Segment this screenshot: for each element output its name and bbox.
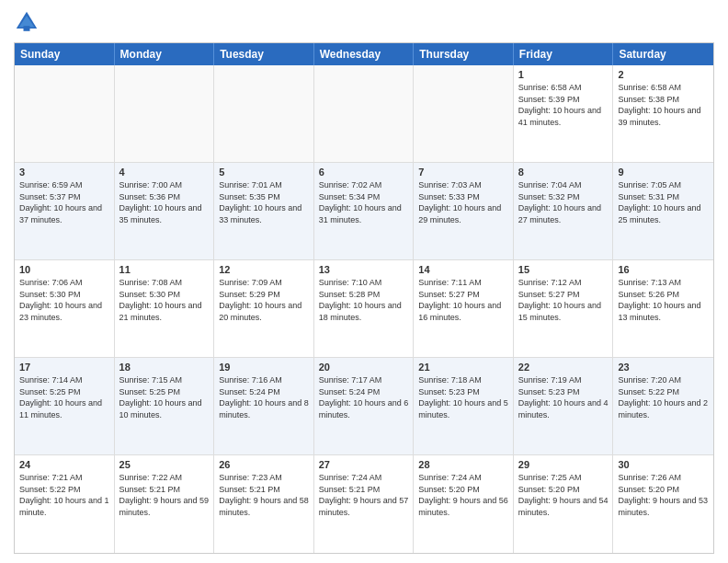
day-cell-28: 28Sunrise: 7:24 AM Sunset: 5:20 PM Dayli… [414,455,514,553]
week-row-2: 3Sunrise: 6:59 AM Sunset: 5:37 PM Daylig… [15,163,713,260]
day-info: Sunrise: 7:02 AM Sunset: 5:34 PM Dayligh… [319,179,409,225]
week-row-4: 17Sunrise: 7:14 AM Sunset: 5:25 PM Dayli… [15,358,713,455]
day-info: Sunrise: 7:26 AM Sunset: 5:20 PM Dayligh… [618,472,709,518]
day-info: Sunrise: 7:11 AM Sunset: 5:27 PM Dayligh… [418,277,508,323]
empty-cell [115,65,215,162]
day-number: 22 [518,362,609,373]
day-number: 29 [518,459,609,470]
day-info: Sunrise: 7:00 AM Sunset: 5:36 PM Dayligh… [119,179,210,225]
logo-icon [14,9,40,35]
empty-cell [314,65,415,162]
day-cell-9: 9Sunrise: 7:05 AM Sunset: 5:31 PM Daylig… [613,163,713,259]
day-cell-8: 8Sunrise: 7:04 AM Sunset: 5:32 PM Daylig… [514,163,614,259]
day-number: 17 [19,362,109,373]
header-day-monday: Monday [115,43,215,65]
week-row-3: 10Sunrise: 7:06 AM Sunset: 5:30 PM Dayli… [15,260,713,358]
day-info: Sunrise: 7:16 AM Sunset: 5:24 PM Dayligh… [219,374,309,420]
empty-cell [15,65,115,162]
day-number: 11 [119,264,210,275]
day-number: 25 [119,459,210,470]
day-number: 9 [618,167,709,178]
day-number: 7 [418,167,508,178]
day-cell-25: 25Sunrise: 7:22 AM Sunset: 5:21 PM Dayli… [115,455,215,553]
day-number: 14 [418,264,508,275]
day-cell-30: 30Sunrise: 7:26 AM Sunset: 5:20 PM Dayli… [613,455,713,553]
header-day-sunday: Sunday [15,43,115,65]
header [14,9,714,35]
day-cell-11: 11Sunrise: 7:08 AM Sunset: 5:30 PM Dayli… [115,260,215,357]
day-cell-22: 22Sunrise: 7:19 AM Sunset: 5:23 PM Dayli… [514,358,614,454]
day-info: Sunrise: 7:08 AM Sunset: 5:30 PM Dayligh… [119,277,210,323]
day-cell-19: 19Sunrise: 7:16 AM Sunset: 5:24 PM Dayli… [214,358,314,454]
empty-cell [414,65,514,162]
day-number: 13 [319,264,409,275]
day-info: Sunrise: 7:20 AM Sunset: 5:22 PM Dayligh… [618,374,709,420]
header-day-thursday: Thursday [414,43,514,65]
day-info: Sunrise: 7:17 AM Sunset: 5:24 PM Dayligh… [319,374,409,420]
day-number: 23 [618,362,709,373]
day-number: 24 [19,459,109,470]
day-cell-23: 23Sunrise: 7:20 AM Sunset: 5:22 PM Dayli… [613,358,713,454]
day-cell-4: 4Sunrise: 7:00 AM Sunset: 5:36 PM Daylig… [115,163,215,259]
day-cell-3: 3Sunrise: 6:59 AM Sunset: 5:37 PM Daylig… [15,163,115,259]
day-cell-20: 20Sunrise: 7:17 AM Sunset: 5:24 PM Dayli… [314,358,415,454]
day-info: Sunrise: 7:12 AM Sunset: 5:27 PM Dayligh… [518,277,609,323]
svg-rect-2 [24,26,30,31]
day-info: Sunrise: 7:04 AM Sunset: 5:32 PM Dayligh… [518,179,609,225]
day-cell-27: 27Sunrise: 7:24 AM Sunset: 5:21 PM Dayli… [314,455,415,553]
day-info: Sunrise: 7:06 AM Sunset: 5:30 PM Dayligh… [19,277,109,323]
day-info: Sunrise: 6:59 AM Sunset: 5:37 PM Dayligh… [19,179,109,225]
day-number: 20 [319,362,409,373]
day-info: Sunrise: 7:25 AM Sunset: 5:20 PM Dayligh… [518,472,609,518]
day-info: Sunrise: 7:10 AM Sunset: 5:28 PM Dayligh… [319,277,409,323]
day-number: 16 [618,264,709,275]
day-number: 3 [19,167,109,178]
week-row-1: 1Sunrise: 6:58 AM Sunset: 5:39 PM Daylig… [15,65,713,163]
day-number: 30 [618,459,709,470]
day-cell-18: 18Sunrise: 7:15 AM Sunset: 5:25 PM Dayli… [115,358,215,454]
day-number: 2 [618,69,709,80]
day-number: 8 [518,167,609,178]
day-number: 26 [219,459,309,470]
day-number: 27 [319,459,409,470]
day-info: Sunrise: 7:13 AM Sunset: 5:26 PM Dayligh… [618,277,709,323]
day-info: Sunrise: 7:22 AM Sunset: 5:21 PM Dayligh… [119,472,210,518]
day-cell-5: 5Sunrise: 7:01 AM Sunset: 5:35 PM Daylig… [214,163,314,259]
day-cell-1: 1Sunrise: 6:58 AM Sunset: 5:39 PM Daylig… [514,65,614,162]
day-cell-6: 6Sunrise: 7:02 AM Sunset: 5:34 PM Daylig… [314,163,415,259]
week-row-5: 24Sunrise: 7:21 AM Sunset: 5:22 PM Dayli… [15,455,713,553]
day-info: Sunrise: 7:03 AM Sunset: 5:33 PM Dayligh… [418,179,508,225]
day-cell-15: 15Sunrise: 7:12 AM Sunset: 5:27 PM Dayli… [514,260,614,357]
logo [14,9,43,35]
day-cell-7: 7Sunrise: 7:03 AM Sunset: 5:33 PM Daylig… [414,163,514,259]
day-number: 21 [418,362,508,373]
day-cell-14: 14Sunrise: 7:11 AM Sunset: 5:27 PM Dayli… [414,260,514,357]
day-info: Sunrise: 7:19 AM Sunset: 5:23 PM Dayligh… [518,374,609,420]
day-info: Sunrise: 7:24 AM Sunset: 5:20 PM Dayligh… [418,472,508,518]
day-cell-29: 29Sunrise: 7:25 AM Sunset: 5:20 PM Dayli… [514,455,614,553]
day-number: 4 [119,167,210,178]
day-cell-12: 12Sunrise: 7:09 AM Sunset: 5:29 PM Dayli… [214,260,314,357]
day-number: 19 [219,362,309,373]
day-info: Sunrise: 7:01 AM Sunset: 5:35 PM Dayligh… [219,179,309,225]
day-cell-24: 24Sunrise: 7:21 AM Sunset: 5:22 PM Dayli… [15,455,115,553]
empty-cell [214,65,314,162]
day-number: 28 [418,459,508,470]
day-number: 6 [319,167,409,178]
day-cell-2: 2Sunrise: 6:58 AM Sunset: 5:38 PM Daylig… [613,65,713,162]
calendar: SundayMondayTuesdayWednesdayThursdayFrid… [14,42,714,554]
day-info: Sunrise: 7:09 AM Sunset: 5:29 PM Dayligh… [219,277,309,323]
page: SundayMondayTuesdayWednesdayThursdayFrid… [0,0,728,563]
header-day-saturday: Saturday [613,43,713,65]
day-number: 15 [518,264,609,275]
calendar-header: SundayMondayTuesdayWednesdayThursdayFrid… [15,43,713,65]
day-info: Sunrise: 7:18 AM Sunset: 5:23 PM Dayligh… [418,374,508,420]
day-info: Sunrise: 7:23 AM Sunset: 5:21 PM Dayligh… [219,472,309,518]
day-cell-26: 26Sunrise: 7:23 AM Sunset: 5:21 PM Dayli… [214,455,314,553]
day-cell-21: 21Sunrise: 7:18 AM Sunset: 5:23 PM Dayli… [414,358,514,454]
day-info: Sunrise: 7:05 AM Sunset: 5:31 PM Dayligh… [618,179,709,225]
day-cell-10: 10Sunrise: 7:06 AM Sunset: 5:30 PM Dayli… [15,260,115,357]
day-cell-16: 16Sunrise: 7:13 AM Sunset: 5:26 PM Dayli… [613,260,713,357]
header-day-wednesday: Wednesday [314,43,415,65]
day-info: Sunrise: 6:58 AM Sunset: 5:38 PM Dayligh… [618,82,709,128]
